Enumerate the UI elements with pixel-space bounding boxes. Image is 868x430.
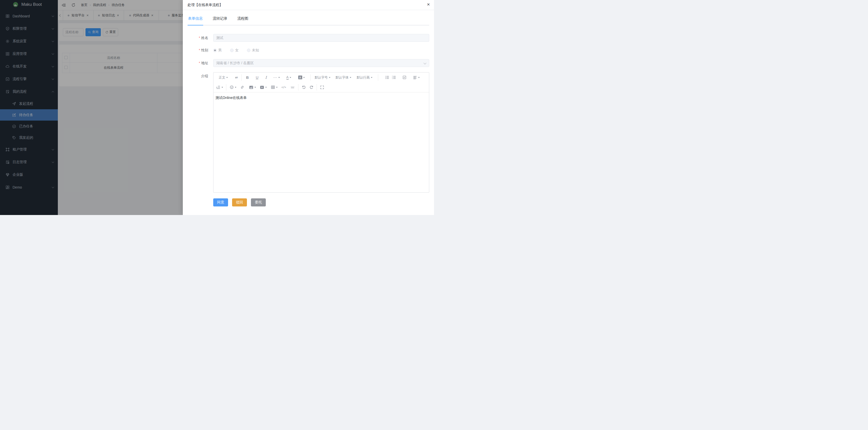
code-block-icon[interactable]: </>: [281, 86, 286, 89]
todo-list-icon[interactable]: [402, 75, 407, 80]
table-dropdown[interactable]: [271, 85, 278, 89]
toolbar-separator: [310, 74, 311, 81]
radio-icon: [230, 49, 234, 52]
toolbar-separator: [226, 84, 226, 91]
approve-button[interactable]: 同意: [213, 198, 228, 206]
form-row-gender: *性别 男 女 未知: [183, 47, 429, 53]
form-row-name: *姓名 测试: [183, 34, 429, 42]
form-row-address: *地址 湖南省 / 长沙市 / 岳麓区: [183, 59, 429, 67]
address-select[interactable]: 湖南省 / 长沙市 / 岳麓区: [213, 59, 429, 67]
radio-male[interactable]: 男: [213, 48, 222, 53]
indent-dropdown[interactable]: [216, 85, 223, 90]
redo-icon[interactable]: [309, 85, 314, 89]
more-styles-dropdown[interactable]: ⋯: [273, 75, 280, 80]
delegate-button[interactable]: 委托: [251, 198, 266, 206]
bold-icon[interactable]: B: [246, 76, 249, 80]
font-family-dropdown[interactable]: 默认字体: [336, 75, 351, 80]
name-label: 姓名: [201, 36, 208, 40]
name-field[interactable]: 测试: [213, 34, 429, 42]
line-height-dropdown[interactable]: 默认行高: [357, 75, 372, 80]
radio-selected-icon: [213, 49, 217, 52]
align-dropdown[interactable]: [413, 75, 420, 80]
numbered-list-icon[interactable]: 123: [392, 75, 396, 80]
gender-radio-group: 男 女 未知: [213, 48, 267, 53]
underline-icon[interactable]: U: [256, 76, 258, 80]
intro-label: 介绍: [201, 74, 208, 78]
required-mark: *: [199, 36, 200, 40]
svg-text:3: 3: [392, 78, 393, 79]
form-row-intro: 介绍 正文 “ B U I ⋯ A A 默认字号 默认字体 默认行高: [183, 72, 429, 193]
gender-label: 性别: [201, 48, 208, 52]
radio-female[interactable]: 女: [230, 48, 239, 53]
drawer-footer: 同意 驳回 委托: [213, 198, 429, 206]
radio-icon: [247, 49, 250, 52]
editor-toolbar-row-2: </>: [214, 82, 429, 92]
toolbar-separator: [298, 84, 299, 91]
chevron-down-icon: [424, 61, 426, 64]
undo-icon[interactable]: [302, 85, 306, 89]
required-mark: *: [199, 61, 200, 65]
image-dropdown[interactable]: [249, 85, 256, 90]
address-label: 地址: [201, 61, 208, 65]
quote-icon[interactable]: “: [235, 75, 238, 80]
rich-text-editor: 正文 “ B U I ⋯ A A 默认字号 默认字体 默认行高 123: [213, 72, 429, 193]
close-icon[interactable]: ✕: [427, 2, 430, 6]
toolbar-separator: [241, 74, 242, 81]
tab-form-info[interactable]: 表单信息: [188, 10, 203, 25]
drawer-header: 处理【在线表单流程】 ✕: [183, 0, 434, 10]
video-dropdown[interactable]: [260, 85, 267, 90]
font-size-dropdown[interactable]: 默认字号: [315, 75, 331, 80]
required-mark: *: [199, 48, 200, 52]
font-color-dropdown[interactable]: A: [286, 76, 291, 80]
process-drawer: 处理【在线表单流程】 ✕ 表单信息 流转记录 流程图 *姓名 测试 *性别 男 …: [183, 0, 434, 215]
radio-unknown[interactable]: 未知: [247, 48, 259, 53]
reject-button[interactable]: 驳回: [232, 198, 247, 206]
tab-flow-diagram[interactable]: 流程图: [237, 10, 248, 25]
drawer-form: *姓名 测试 *性别 男 女 未知 *地址: [183, 34, 429, 206]
editor-toolbar-row-1: 正文 “ B U I ⋯ A A 默认字号 默认字体 默认行高 123: [214, 73, 429, 82]
bulleted-list-icon[interactable]: [385, 75, 389, 80]
tab-flow-records[interactable]: 流转记录: [213, 10, 227, 25]
modal-overlay[interactable]: [0, 0, 183, 215]
italic-icon[interactable]: I: [265, 75, 267, 80]
paragraph-style-dropdown[interactable]: 正文: [219, 75, 228, 80]
fullscreen-icon[interactable]: [320, 85, 324, 89]
editor-content[interactable]: 测试Online在线表单: [214, 92, 429, 192]
emoji-dropdown[interactable]: [229, 85, 236, 89]
link-icon[interactable]: [240, 85, 244, 89]
drawer-title: 处理【在线表单流程】: [188, 3, 223, 7]
drawer-tabs: 表单信息 流转记录 流程图: [188, 10, 429, 25]
bg-color-dropdown[interactable]: A: [298, 76, 305, 79]
divider-icon[interactable]: [290, 85, 295, 89]
